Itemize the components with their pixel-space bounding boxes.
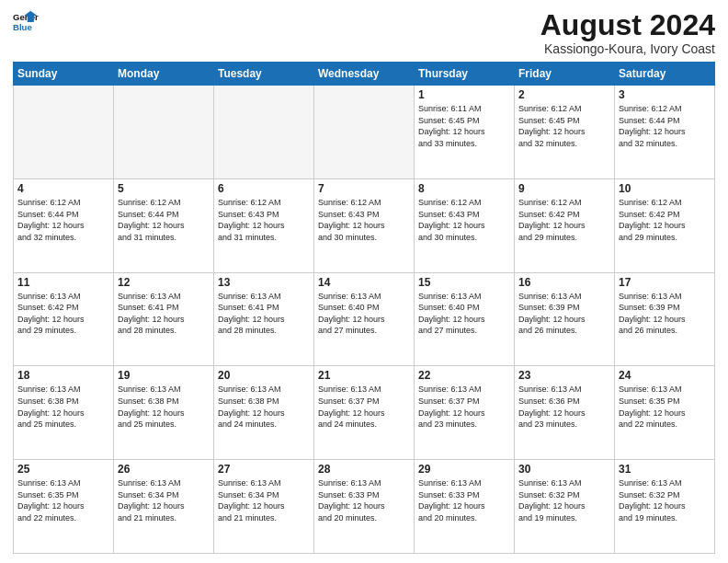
day-number: 9 (518, 182, 610, 195)
day-info: Sunrise: 6:12 AM Sunset: 6:44 PM Dayligh… (619, 103, 711, 149)
page-container: General Blue August 2024 Kassiongo-Koura… (0, 0, 728, 563)
calendar-day-cell: 22Sunrise: 6:13 AM Sunset: 6:37 PM Dayli… (415, 366, 515, 460)
calendar-day-cell: 21Sunrise: 6:13 AM Sunset: 6:37 PM Dayli… (314, 366, 415, 460)
calendar-day-cell: 9Sunrise: 6:12 AM Sunset: 6:42 PM Daylig… (515, 178, 615, 272)
calendar-week-row: 11Sunrise: 6:13 AM Sunset: 6:42 PM Dayli… (14, 272, 715, 366)
day-number: 15 (418, 276, 510, 289)
day-info: Sunrise: 6:12 AM Sunset: 6:42 PM Dayligh… (619, 197, 711, 243)
day-info: Sunrise: 6:12 AM Sunset: 6:44 PM Dayligh… (17, 197, 109, 243)
logo: General Blue (13, 9, 39, 35)
day-info: Sunrise: 6:13 AM Sunset: 6:34 PM Dayligh… (118, 477, 210, 523)
calendar-day-cell (114, 86, 214, 179)
subtitle: Kassiongo-Koura, Ivory Coast (540, 41, 715, 56)
day-info: Sunrise: 6:13 AM Sunset: 6:37 PM Dayligh… (318, 384, 410, 430)
calendar-day-header: Sunday (14, 63, 114, 86)
day-number: 7 (318, 182, 410, 195)
calendar-day-cell: 23Sunrise: 6:13 AM Sunset: 6:36 PM Dayli… (515, 366, 615, 460)
calendar-day-cell: 8Sunrise: 6:12 AM Sunset: 6:43 PM Daylig… (415, 178, 515, 272)
day-number: 12 (118, 276, 210, 289)
day-info: Sunrise: 6:13 AM Sunset: 6:37 PM Dayligh… (418, 384, 510, 430)
day-number: 22 (418, 369, 510, 382)
calendar-day-cell: 3Sunrise: 6:12 AM Sunset: 6:44 PM Daylig… (615, 86, 715, 179)
calendar-day-cell: 20Sunrise: 6:13 AM Sunset: 6:38 PM Dayli… (214, 366, 314, 460)
day-number: 27 (218, 463, 310, 476)
day-number: 31 (619, 463, 711, 476)
day-number: 23 (518, 369, 610, 382)
day-info: Sunrise: 6:13 AM Sunset: 6:33 PM Dayligh… (418, 477, 510, 523)
day-info: Sunrise: 6:13 AM Sunset: 6:34 PM Dayligh… (218, 477, 310, 523)
main-title: August 2024 (540, 9, 715, 41)
day-number: 18 (17, 369, 109, 382)
day-info: Sunrise: 6:12 AM Sunset: 6:44 PM Dayligh… (118, 197, 210, 243)
day-info: Sunrise: 6:13 AM Sunset: 6:40 PM Dayligh… (418, 291, 510, 337)
calendar-day-cell: 26Sunrise: 6:13 AM Sunset: 6:34 PM Dayli… (114, 460, 214, 554)
day-info: Sunrise: 6:11 AM Sunset: 6:45 PM Dayligh… (418, 103, 510, 149)
calendar-day-cell: 6Sunrise: 6:12 AM Sunset: 6:43 PM Daylig… (214, 178, 314, 272)
header: General Blue August 2024 Kassiongo-Koura… (13, 9, 715, 56)
day-number: 30 (518, 463, 610, 476)
day-number: 8 (418, 182, 510, 195)
day-number: 5 (118, 182, 210, 195)
day-number: 2 (518, 88, 610, 101)
svg-text:General: General (13, 12, 39, 22)
day-info: Sunrise: 6:13 AM Sunset: 6:39 PM Dayligh… (518, 291, 610, 337)
day-info: Sunrise: 6:12 AM Sunset: 6:43 PM Dayligh… (418, 197, 510, 243)
calendar-day-cell: 16Sunrise: 6:13 AM Sunset: 6:39 PM Dayli… (515, 272, 615, 366)
calendar-day-header: Thursday (415, 63, 515, 86)
day-number: 4 (17, 182, 109, 195)
calendar-day-cell (214, 86, 314, 179)
calendar-day-cell: 4Sunrise: 6:12 AM Sunset: 6:44 PM Daylig… (14, 178, 114, 272)
day-number: 10 (619, 182, 711, 195)
day-number: 21 (318, 369, 410, 382)
calendar-week-row: 25Sunrise: 6:13 AM Sunset: 6:35 PM Dayli… (14, 460, 715, 554)
day-info: Sunrise: 6:12 AM Sunset: 6:42 PM Dayligh… (518, 197, 610, 243)
calendar-day-cell: 24Sunrise: 6:13 AM Sunset: 6:35 PM Dayli… (615, 366, 715, 460)
calendar-day-cell: 25Sunrise: 6:13 AM Sunset: 6:35 PM Dayli… (14, 460, 114, 554)
calendar-day-header: Monday (114, 63, 214, 86)
calendar-day-cell: 11Sunrise: 6:13 AM Sunset: 6:42 PM Dayli… (14, 272, 114, 366)
calendar-day-cell: 15Sunrise: 6:13 AM Sunset: 6:40 PM Dayli… (415, 272, 515, 366)
day-info: Sunrise: 6:12 AM Sunset: 6:43 PM Dayligh… (318, 197, 410, 243)
day-number: 16 (518, 276, 610, 289)
calendar-day-cell: 12Sunrise: 6:13 AM Sunset: 6:41 PM Dayli… (114, 272, 214, 366)
day-info: Sunrise: 6:13 AM Sunset: 6:38 PM Dayligh… (17, 384, 109, 430)
calendar-day-cell: 18Sunrise: 6:13 AM Sunset: 6:38 PM Dayli… (14, 366, 114, 460)
day-info: Sunrise: 6:13 AM Sunset: 6:41 PM Dayligh… (118, 291, 210, 337)
day-info: Sunrise: 6:13 AM Sunset: 6:42 PM Dayligh… (17, 291, 109, 337)
day-number: 11 (17, 276, 109, 289)
day-info: Sunrise: 6:13 AM Sunset: 6:41 PM Dayligh… (218, 291, 310, 337)
calendar-day-cell (14, 86, 114, 179)
calendar-day-cell: 28Sunrise: 6:13 AM Sunset: 6:33 PM Dayli… (314, 460, 415, 554)
day-number: 6 (218, 182, 310, 195)
day-number: 14 (318, 276, 410, 289)
calendar-day-cell: 19Sunrise: 6:13 AM Sunset: 6:38 PM Dayli… (114, 366, 214, 460)
calendar-day-header: Wednesday (314, 63, 415, 86)
day-info: Sunrise: 6:13 AM Sunset: 6:38 PM Dayligh… (218, 384, 310, 430)
day-number: 26 (118, 463, 210, 476)
calendar-day-header: Saturday (615, 63, 715, 86)
calendar-day-cell: 17Sunrise: 6:13 AM Sunset: 6:39 PM Dayli… (615, 272, 715, 366)
day-info: Sunrise: 6:13 AM Sunset: 6:33 PM Dayligh… (318, 477, 410, 523)
calendar-day-cell: 10Sunrise: 6:12 AM Sunset: 6:42 PM Dayli… (615, 178, 715, 272)
day-number: 19 (118, 369, 210, 382)
calendar-day-cell: 29Sunrise: 6:13 AM Sunset: 6:33 PM Dayli… (415, 460, 515, 554)
day-info: Sunrise: 6:13 AM Sunset: 6:36 PM Dayligh… (518, 384, 610, 430)
calendar-day-cell: 31Sunrise: 6:13 AM Sunset: 6:32 PM Dayli… (615, 460, 715, 554)
day-number: 1 (418, 88, 510, 101)
day-info: Sunrise: 6:13 AM Sunset: 6:38 PM Dayligh… (118, 384, 210, 430)
logo-icon: General Blue (13, 9, 39, 35)
calendar-day-cell: 2Sunrise: 6:12 AM Sunset: 6:45 PM Daylig… (515, 86, 615, 179)
calendar-week-row: 4Sunrise: 6:12 AM Sunset: 6:44 PM Daylig… (14, 178, 715, 272)
calendar-table: SundayMondayTuesdayWednesdayThursdayFrid… (13, 62, 715, 554)
calendar-day-cell: 5Sunrise: 6:12 AM Sunset: 6:44 PM Daylig… (114, 178, 214, 272)
calendar-day-header: Friday (515, 63, 615, 86)
day-number: 17 (619, 276, 711, 289)
calendar-day-cell: 30Sunrise: 6:13 AM Sunset: 6:32 PM Dayli… (515, 460, 615, 554)
calendar-day-cell: 13Sunrise: 6:13 AM Sunset: 6:41 PM Dayli… (214, 272, 314, 366)
day-number: 3 (619, 88, 711, 101)
day-number: 13 (218, 276, 310, 289)
day-info: Sunrise: 6:12 AM Sunset: 6:43 PM Dayligh… (218, 197, 310, 243)
day-number: 24 (619, 369, 711, 382)
day-number: 28 (318, 463, 410, 476)
calendar-header-row: SundayMondayTuesdayWednesdayThursdayFrid… (14, 63, 715, 86)
